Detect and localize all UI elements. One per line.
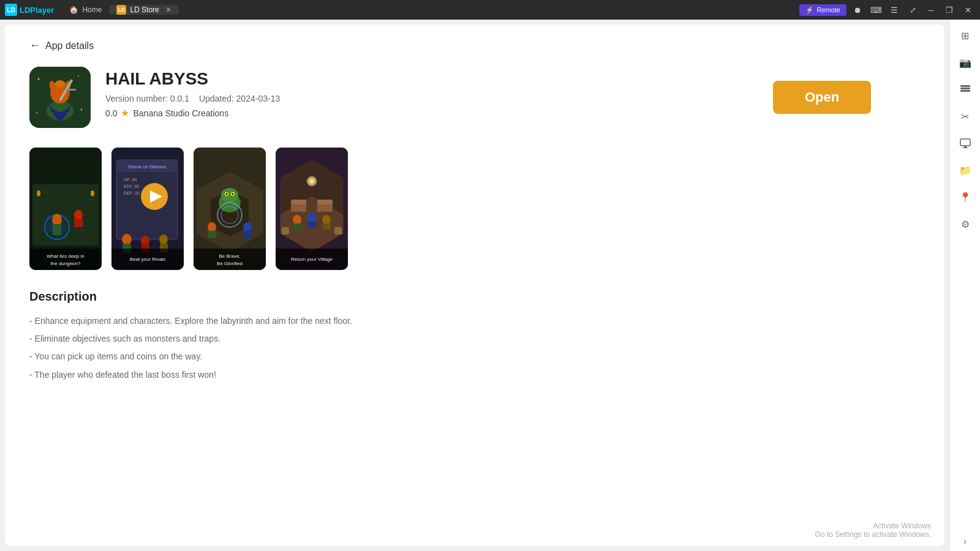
right-sidebar: ⊞ 📷 ✂ 📁 📍 ⚙ › <box>949 20 980 551</box>
svg-rect-90 <box>960 90 970 92</box>
sidebar-layers-icon[interactable] <box>954 78 976 100</box>
svg-text:What lies deep in: What lies deep in <box>47 253 84 259</box>
remote-label: Remote <box>816 6 840 13</box>
svg-rect-89 <box>960 88 970 89</box>
publisher-text: Banana Studio Creations <box>133 108 228 118</box>
tab-ldstore[interactable]: LD LD Store ✕ <box>109 5 178 15</box>
tab-bar: 🏠 Home LD LD Store ✕ <box>61 5 178 15</box>
sidebar-location-icon[interactable]: 📍 <box>954 186 976 208</box>
svg-rect-26 <box>53 224 61 235</box>
activate-windows-watermark: Activate Windows Go to Settings to activ… <box>815 522 931 539</box>
svg-text:Shrine of Oblivion: Shrine of Oblivion <box>127 164 166 170</box>
desc-line-3: - You can pick up items and coins on the… <box>29 349 920 364</box>
updated-text: Updated: 2024-03-13 <box>199 94 280 103</box>
screenshot-1-svg: What lies deep in the dungeon? <box>29 148 102 270</box>
screenshot-1: What lies deep in the dungeon? <box>29 148 102 270</box>
activate-line1: Activate Windows <box>815 522 931 530</box>
logo-icon: LD <box>5 4 17 16</box>
svg-rect-66 <box>244 231 252 238</box>
sidebar-folder-icon[interactable]: 📁 <box>954 159 976 181</box>
svg-point-13 <box>36 112 37 113</box>
svg-point-44 <box>122 234 132 245</box>
svg-rect-74 <box>291 200 306 204</box>
back-nav[interactable]: ← App details <box>29 39 920 52</box>
titlebar-right: ⚡ Remote ⏺ ⌨ ☰ ⤢ ─ ❐ ✕ <box>799 2 975 17</box>
svg-rect-76 <box>317 200 333 204</box>
sidebar-arrow-icon[interactable]: › <box>963 536 967 546</box>
svg-rect-67 <box>194 249 266 270</box>
titlebar-menu-icon[interactable]: ☰ <box>887 2 902 17</box>
tab-home-label: Home <box>82 6 102 14</box>
svg-point-59 <box>226 193 228 195</box>
app-header: HAIL ABYSS Version number: 0.0.1 Updated… <box>29 67 920 128</box>
description-section: Description - Enhance equipment and char… <box>29 290 920 383</box>
sidebar-scissors-icon[interactable]: ✂ <box>954 105 976 127</box>
svg-text:Beat your Rivals: Beat your Rivals <box>130 257 165 262</box>
app-meta-version: Version number: 0.0.1 Updated: 2024-03-1… <box>105 94 758 103</box>
svg-point-12 <box>81 109 83 111</box>
screenshot-4: Return your Village <box>276 148 348 270</box>
svg-rect-9 <box>66 89 76 91</box>
description-text: - Enhance equipment and characters. Expl… <box>29 313 920 383</box>
svg-text:the dungeon?: the dungeon? <box>51 261 81 266</box>
titlebar-left: LD LDPlayer 🏠 Home LD LD Store ✕ <box>5 4 179 16</box>
content-area: ← App details <box>5 24 944 546</box>
svg-point-30 <box>91 190 94 197</box>
svg-rect-82 <box>308 222 316 228</box>
svg-rect-92 <box>960 139 970 146</box>
sidebar-home-icon[interactable]: ⊞ <box>954 24 976 47</box>
titlebar-close-icon[interactable]: ✕ <box>960 2 975 17</box>
remote-button[interactable]: ⚡ Remote <box>799 4 846 16</box>
svg-text:ATK: 30: ATK: 30 <box>124 184 139 189</box>
svg-rect-85 <box>282 227 289 234</box>
svg-point-27 <box>74 210 83 220</box>
description-title: Description <box>29 290 920 304</box>
app-icon-svg <box>29 67 91 128</box>
desc-line-1: - Enhance equipment and characters. Expl… <box>29 313 920 329</box>
svg-point-3 <box>55 80 65 88</box>
svg-rect-84 <box>323 223 331 230</box>
screenshot-2-svg: Shrine of Oblivion HP: 80 ATK: 30 DEF: 2… <box>111 148 184 270</box>
svg-point-79 <box>293 215 301 225</box>
titlebar: LD LDPlayer 🏠 Home LD LD Store ✕ ⚡ Remot… <box>0 0 980 20</box>
svg-point-78 <box>309 179 314 184</box>
svg-point-10 <box>38 78 40 80</box>
app-rating: 0.0 ★ Banana Studio Creations <box>105 107 758 119</box>
rating-value: 0.0 <box>105 108 117 118</box>
main-layout: ← App details <box>0 20 980 551</box>
app-icon <box>29 67 91 128</box>
svg-rect-93 <box>964 146 967 148</box>
titlebar-restore-icon[interactable]: ❐ <box>942 2 957 17</box>
svg-text:Return your Village: Return your Village <box>291 257 333 262</box>
logo-text: LDPlayer <box>20 6 54 15</box>
titlebar-keyboard-icon[interactable]: ⌨ <box>869 2 883 17</box>
tab-close-icon[interactable]: ✕ <box>165 6 172 14</box>
svg-point-83 <box>322 215 331 225</box>
titlebar-minimize-icon[interactable]: ─ <box>924 2 938 17</box>
titlebar-record-icon[interactable]: ⏺ <box>850 2 865 17</box>
svg-point-60 <box>232 193 234 195</box>
svg-point-63 <box>208 222 216 232</box>
svg-point-65 <box>243 222 252 232</box>
tab-home[interactable]: 🏠 Home <box>61 5 109 15</box>
sidebar-display-icon[interactable] <box>954 132 976 154</box>
star-icon: ★ <box>121 107 129 119</box>
svg-point-48 <box>159 234 168 244</box>
back-label-text: App details <box>45 40 94 51</box>
svg-rect-80 <box>293 223 301 230</box>
version-text: Version number: 0.0.1 <box>105 94 189 103</box>
open-button[interactable]: Open <box>773 81 871 114</box>
screenshot-3-svg: Be Brave, Be Glorified <box>194 148 266 270</box>
titlebar-maximize-icon[interactable]: ⤢ <box>905 2 920 17</box>
sidebar-camera-icon[interactable]: 📷 <box>954 51 976 73</box>
svg-rect-31 <box>29 249 102 270</box>
svg-rect-86 <box>334 227 342 234</box>
svg-rect-28 <box>74 219 83 227</box>
home-tab-icon: 🏠 <box>69 5 78 15</box>
screenshot-2: Shrine of Oblivion HP: 80 ATK: 30 DEF: 2… <box>111 148 184 270</box>
screenshots-container: What lies deep in the dungeon? Shrine of… <box>29 148 920 270</box>
sidebar-settings-icon[interactable]: ⚙ <box>954 213 976 235</box>
back-arrow-icon: ← <box>29 39 40 52</box>
svg-text:Be Brave,: Be Brave, <box>219 253 240 259</box>
svg-rect-91 <box>960 85 970 87</box>
